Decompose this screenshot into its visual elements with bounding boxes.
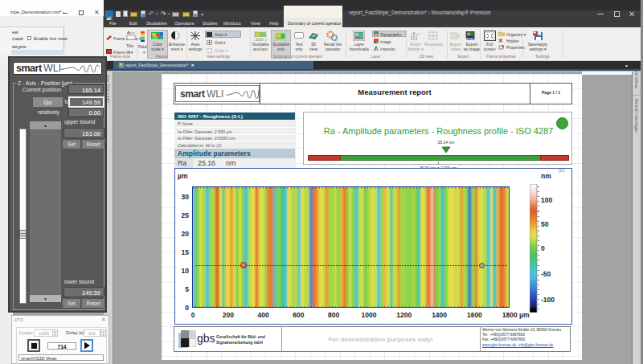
svg-text:IMAGE: IMAGE xyxy=(466,38,474,40)
